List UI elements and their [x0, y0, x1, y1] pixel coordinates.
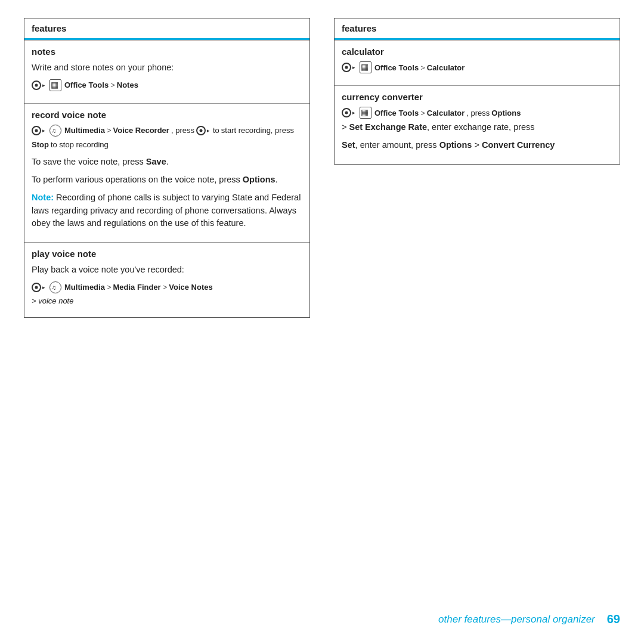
right-feature-table: features calculator ▸ Office Tools > Cal… [334, 18, 620, 165]
nav-joystick-5: ▸ [342, 63, 357, 72]
nav-arrow-icon-5: ▸ [352, 64, 355, 70]
nav-sep-4: > [163, 281, 168, 294]
joystick-circle-icon-2 [32, 126, 41, 135]
nav-calculator-2: Calculator [427, 109, 465, 117]
nav-multimedia: Multimedia [64, 125, 105, 137]
left-header: features [24, 18, 309, 40]
options-text: To perform various operations on the voi… [32, 174, 302, 187]
options-bold: Options [243, 175, 275, 184]
nav-multimedia-2: Multimedia [64, 281, 105, 294]
right-header: features [335, 18, 620, 40]
record-title: record voice note [32, 110, 302, 120]
section-calculator: calculator ▸ Office Tools > Calculator [335, 40, 620, 85]
left-column: features notes Write and store notes on … [24, 18, 310, 600]
nav-joystick-6: ▸ [342, 108, 357, 117]
note-paragraph: Note: Recording of phone calls is subjec… [32, 191, 302, 230]
calculator-nav-path: ▸ Office Tools > Calculator [342, 61, 612, 73]
joystick-circle-icon [32, 80, 41, 90]
section-notes: notes Write and store notes on your phon… [24, 40, 309, 103]
nav-notes: Notes [117, 80, 138, 89]
record-body: ▸ Multimedia > Voice Recorder , press ▸ … [32, 125, 302, 230]
notes-intro: Write and store notes on your phone: [32, 61, 302, 75]
currency-body: ▸ Office Tools > Calculator , press Opti… [342, 107, 612, 152]
record-nav-path: ▸ Multimedia > Voice Recorder , press ▸ … [32, 125, 302, 151]
note-body: Recording of phone calls is subject to v… [32, 193, 301, 228]
play-body: Play back a voice note you've recorded: … [32, 264, 302, 305]
save-voice-text: To save the voice note, press Save. [32, 156, 302, 169]
footer-page-number: 69 [607, 612, 620, 626]
joystick-circle-icon-6 [342, 108, 351, 117]
save-bold: Save [146, 157, 166, 166]
nav-arrow-icon-2: ▸ [42, 126, 45, 135]
footer: other features—personal organizer 69 [24, 600, 620, 626]
currency-set-text: Set, enter amount, press Options > Conve… [342, 139, 612, 152]
multimedia-icon-2 [49, 281, 61, 293]
joystick-circle-icon-4 [32, 283, 41, 292]
nav-arrow-icon-6: ▸ [352, 110, 355, 116]
currency-title: currency converter [342, 92, 612, 102]
notes-body: Write and store notes on your phone: ▸ O… [32, 61, 302, 91]
options-bold-2: Options [439, 140, 472, 150]
office-tools-icon [49, 79, 61, 91]
play-nav-sub: > voice note [32, 296, 302, 305]
play-nav-path: ▸ Multimedia > Media Finder > Voice Note… [32, 281, 302, 294]
nav-arrow-icon-3: ▸ [207, 126, 210, 135]
nav-office-tools-2: Office Tools [374, 63, 419, 72]
play-title: play voice note [32, 249, 302, 259]
note-label: Note: [32, 193, 54, 202]
nav-office-tools-3: Office Tools [374, 109, 419, 117]
footer-text: other features—personal organizer [438, 614, 595, 626]
right-header-label: features [342, 23, 376, 33]
joystick-circle-icon-5 [342, 63, 351, 72]
nav-joystick-2: ▸ [32, 126, 47, 135]
nav-calculator: Calculator [427, 63, 465, 72]
nav-to: to [213, 125, 219, 137]
main-content: features notes Write and store notes on … [24, 18, 620, 600]
nav-media-finder: Media Finder [113, 281, 161, 294]
nav-arrow-icon-4: ▸ [42, 283, 45, 292]
nav-joystick-3: ▸ [196, 126, 211, 135]
section-record-voice: record voice note ▸ Multimedia > Voice R… [24, 103, 309, 242]
nav-voice-recorder: Voice Recorder [113, 125, 169, 137]
multimedia-icon [49, 125, 61, 137]
set-exchange-bold: Set Exchange Rate [349, 122, 428, 132]
nav-office-tools: Office Tools [64, 80, 109, 89]
nav-sep-3: > [107, 281, 112, 294]
section-currency: currency converter ▸ Office Tools > Calc… [335, 85, 620, 164]
nav-voice-notes: Voice Notes [169, 281, 212, 294]
convert-bold: Convert Currency [482, 140, 555, 150]
left-header-label: features [32, 23, 66, 33]
nav-sep-2: > [107, 125, 112, 137]
left-feature-table: features notes Write and store notes on … [24, 18, 310, 318]
notes-nav-path: ▸ Office Tools > Notes [32, 79, 302, 91]
currency-press: , press [466, 109, 490, 117]
nav-options-currency: Options [491, 109, 521, 117]
nav-sep-6: > [420, 109, 425, 117]
nav-press-text: , press [171, 125, 194, 137]
nav-sep-5: > [420, 63, 425, 72]
set-bold: Set [342, 140, 355, 150]
play-intro: Play back a voice note you've recorded: [32, 264, 302, 277]
calculator-title: calculator [342, 47, 612, 57]
right-column: features calculator ▸ Office Tools > Cal… [334, 18, 620, 600]
joystick-circle-icon-3 [196, 126, 206, 135]
currency-nav-1: ▸ Office Tools > Calculator , press Opti… [342, 107, 612, 119]
nav-stop: Stop [32, 139, 49, 151]
office-tools-icon-2 [360, 61, 371, 73]
office-tools-icon-3 [360, 107, 371, 119]
notes-title: notes [32, 47, 302, 57]
calculator-body: ▸ Office Tools > Calculator [342, 61, 612, 73]
currency-exchange-text: > Set Exchange Rate, enter exchange rate… [342, 121, 612, 134]
nav-arrow-icon: ▸ [42, 82, 45, 88]
section-play-voice: play voice note Play back a voice note y… [24, 242, 309, 317]
nav-joystick-1: ▸ [32, 80, 47, 90]
nav-joystick-4: ▸ [32, 283, 47, 292]
voice-note-path: > voice note [32, 296, 73, 305]
nav-stop-recording: to stop recording [51, 139, 109, 151]
nav-start-recording: start recording, press [221, 125, 294, 137]
nav-sep-1: > [110, 80, 115, 89]
